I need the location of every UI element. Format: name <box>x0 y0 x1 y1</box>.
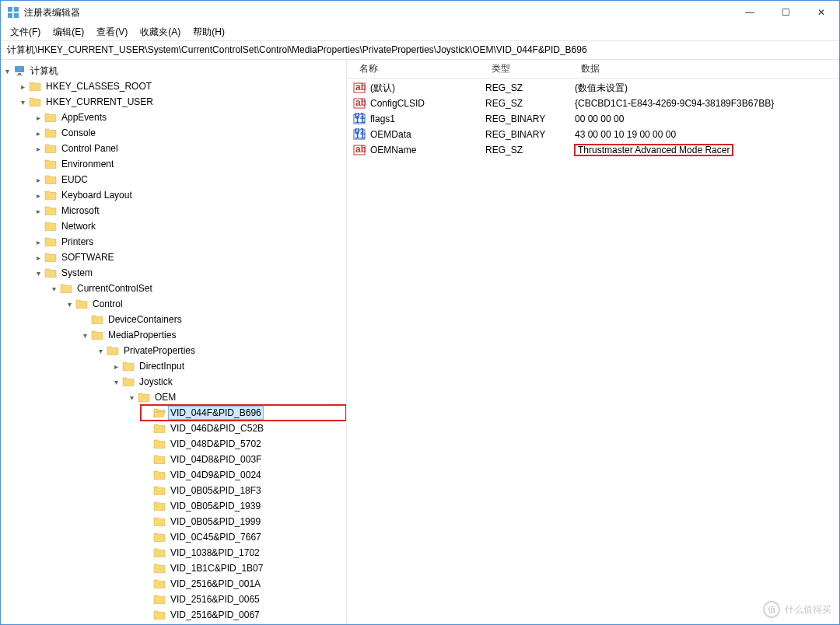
col-data[interactable]: 数据 <box>575 60 839 79</box>
value-name: ConfigCLSID <box>370 98 485 109</box>
expand-icon[interactable]: ▾ <box>16 98 29 106</box>
tree-item[interactable]: System <box>60 267 94 279</box>
tree-item[interactable]: Keyboard Layout <box>60 189 134 201</box>
expand-icon[interactable]: ▾ <box>94 347 107 355</box>
tree-item[interactable]: MediaProperties <box>107 329 177 341</box>
tree-item[interactable]: VID_1B1C&PID_1B07 <box>169 562 264 574</box>
tree-item[interactable]: Control <box>91 298 124 310</box>
col-name[interactable]: 名称 <box>353 60 485 79</box>
folder-icon <box>60 282 72 295</box>
value-row[interactable]: (默认)REG_SZ(数值未设置) <box>353 80 839 96</box>
value-row[interactable]: ConfigCLSIDREG_SZ{CBCBD1C1-E843-4269-9C9… <box>353 96 839 111</box>
tree-item[interactable]: Joystick <box>138 375 174 388</box>
expand-icon[interactable]: ▸ <box>32 207 44 215</box>
tree-hkcr[interactable]: HKEY_CLASSES_ROOT <box>44 80 153 93</box>
expand-icon[interactable]: ▸ <box>32 176 44 184</box>
tree-item[interactable]: Network <box>60 220 97 232</box>
expand-icon[interactable]: ▾ <box>32 269 44 278</box>
menu-help[interactable]: 帮助(H) <box>187 24 231 40</box>
tree-item[interactable]: PrivateProperties <box>122 344 197 357</box>
expand-icon[interactable]: ▸ <box>32 145 44 153</box>
address-bar[interactable]: 计算机\HKEY_CURRENT_USER\System\CurrentCont… <box>1 41 839 60</box>
string-value-icon <box>353 144 366 156</box>
expand-icon[interactable]: ▸ <box>16 82 29 91</box>
list-header: 名称 类型 数据 <box>347 60 839 79</box>
value-row[interactable]: OEMDataREG_BINARY43 00 00 10 19 00 00 00 <box>353 127 839 142</box>
expand-icon[interactable]: ▸ <box>32 113 44 122</box>
computer-icon <box>13 65 26 77</box>
tree-item[interactable]: VID_04D8&PID_003F <box>169 453 263 466</box>
tree-item[interactable]: Environment <box>60 158 115 170</box>
watermark: 值 什么值得买 <box>763 601 831 618</box>
expand-icon[interactable]: ▸ <box>32 238 44 246</box>
folder-icon <box>153 469 166 481</box>
tree-pane[interactable]: ▾计算机 ▸HKEY_CLASSES_ROOT ▾HKEY_CURRENT_US… <box>1 60 347 624</box>
tree-hkcu[interactable]: HKEY_CURRENT_USER <box>44 96 155 108</box>
tree-item[interactable]: VID_2516&PID_0067 <box>169 609 261 621</box>
tree-item[interactable]: Control Panel <box>60 142 120 155</box>
expand-icon[interactable]: ▾ <box>63 300 75 309</box>
values-pane[interactable]: 名称 类型 数据 (默认)REG_SZ(数值未设置)ConfigCLSIDREG… <box>347 60 839 624</box>
tree-item[interactable]: Console <box>60 127 97 139</box>
tree-item[interactable]: EUDC <box>60 173 89 186</box>
tree-item[interactable]: VID_048D&PID_5702 <box>169 438 263 450</box>
main-area: ▾计算机 ▸HKEY_CLASSES_ROOT ▾HKEY_CURRENT_US… <box>1 60 839 624</box>
tree-item[interactable]: VID_2516&PID_001A <box>169 578 262 590</box>
expand-icon[interactable]: ▸ <box>110 362 122 371</box>
window-controls: — ☐ ✕ <box>732 1 839 24</box>
folder-icon <box>29 96 41 108</box>
folder-icon <box>153 609 166 621</box>
tree-item[interactable]: Microsoft <box>60 204 101 217</box>
value-type: REG_BINARY <box>485 129 575 140</box>
value-type: REG_SZ <box>485 145 575 155</box>
tree-item[interactable]: CurrentControlSet <box>75 282 154 295</box>
minimize-button[interactable]: — <box>732 1 768 24</box>
tree-root[interactable]: 计算机 <box>29 64 60 79</box>
tree-item[interactable]: SOFTWARE <box>60 251 116 264</box>
watermark-text: 什么值得买 <box>785 603 831 616</box>
menu-view[interactable]: 查看(V) <box>90 24 134 40</box>
tree-item[interactable]: VID_046D&PID_C52B <box>169 422 265 435</box>
folder-icon <box>44 251 57 264</box>
expand-icon[interactable]: ▸ <box>32 191 44 200</box>
tree-item[interactable]: VID_0C45&PID_7667 <box>169 531 263 543</box>
menu-edit[interactable]: 编辑(E) <box>47 24 90 40</box>
expand-icon[interactable]: ▾ <box>110 378 122 386</box>
tree-item-selected[interactable]: VID_044F&PID_B696 <box>169 407 263 419</box>
value-type: REG_BINARY <box>485 113 575 124</box>
menu-favorites[interactable]: 收藏夹(A) <box>134 24 187 40</box>
value-row[interactable]: flags1REG_BINARY00 00 00 00 <box>353 111 839 127</box>
tree-item[interactable]: VID_0B05&PID_1939 <box>169 500 262 512</box>
value-row[interactable]: OEMNameREG_SZThrustmaster Advanced Mode … <box>353 142 839 158</box>
value-name: flags1 <box>370 113 485 124</box>
tree-item[interactable]: DeviceContainers <box>107 313 184 326</box>
expand-icon[interactable]: ▾ <box>47 285 60 293</box>
tree-item[interactable]: VID_1038&PID_1702 <box>169 546 261 559</box>
tree-item[interactable]: VID_04D9&PID_0024 <box>169 469 263 481</box>
tree-item[interactable]: OEM <box>153 391 177 403</box>
folder-icon <box>153 438 166 450</box>
string-value-icon <box>353 97 366 110</box>
expand-icon[interactable]: ▾ <box>79 331 91 340</box>
expand-icon[interactable]: ▸ <box>32 253 44 262</box>
folder-icon <box>91 329 103 341</box>
value-type: REG_SZ <box>485 98 575 109</box>
tree-item[interactable]: VID_0B05&PID_18F3 <box>169 484 263 497</box>
expand-icon[interactable]: ▾ <box>125 393 138 402</box>
col-type[interactable]: 类型 <box>485 60 575 79</box>
registry-tree: ▾计算机 ▸HKEY_CLASSES_ROOT ▾HKEY_CURRENT_US… <box>1 63 346 624</box>
tree-item[interactable]: VID_0B05&PID_1999 <box>169 515 262 528</box>
app-icon <box>7 6 19 19</box>
tree-item[interactable]: VID_2516&PID_0065 <box>169 593 261 606</box>
tree-item[interactable]: Printers <box>60 236 95 248</box>
titlebar[interactable]: 注册表编辑器 — ☐ ✕ <box>1 1 839 24</box>
menu-file[interactable]: 文件(F) <box>4 24 47 40</box>
tree-item[interactable]: AppEvents <box>60 111 108 124</box>
close-button[interactable]: ✕ <box>803 1 839 24</box>
maximize-button[interactable]: ☐ <box>768 1 803 24</box>
folder-icon <box>153 531 166 543</box>
tree-item[interactable]: DirectInput <box>138 360 186 372</box>
expand-icon[interactable]: ▾ <box>1 67 13 75</box>
folder-icon <box>91 313 103 326</box>
expand-icon[interactable]: ▸ <box>32 129 44 138</box>
